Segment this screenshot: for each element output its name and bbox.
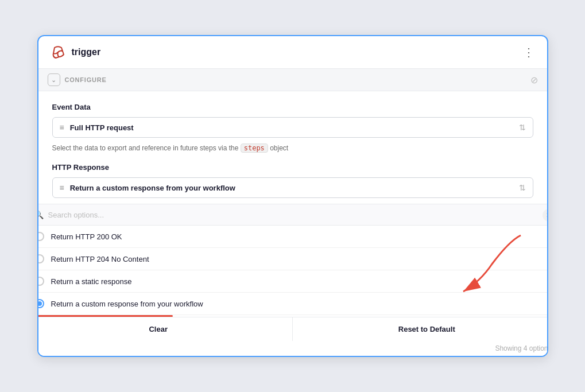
option-label-3: Return a static response bbox=[51, 277, 132, 286]
radio-circle-1 bbox=[37, 232, 44, 241]
selected-option-row: Return a custom response from your workf… bbox=[37, 293, 548, 317]
card-body: Event Data ≡ Full HTTP request ⇅ Select … bbox=[38, 91, 547, 198]
up-down-arrows-icon: ⇅ bbox=[519, 123, 526, 132]
header-title: trigger bbox=[72, 47, 101, 57]
radio-option-3[interactable]: Return a static response bbox=[37, 270, 548, 293]
main-card: trigger ⋮ ⌄ CONFIGURE ⊘ Event Data ≡ Ful… bbox=[37, 35, 548, 357]
search-icon: 🔍 bbox=[37, 210, 44, 219]
pin-icon[interactable]: ⊘ bbox=[530, 75, 538, 86]
clear-button[interactable]: Clear bbox=[37, 317, 293, 341]
http-response-title: HTTP Response bbox=[52, 163, 533, 172]
option-label-1: Return HTTP 200 OK bbox=[51, 232, 122, 241]
list-icon: ≡ bbox=[60, 123, 64, 132]
http-response-value: Return a custom response from your workf… bbox=[70, 184, 519, 192]
up-down-arrows-icon-2: ⇅ bbox=[519, 183, 526, 192]
event-data-select[interactable]: ≡ Full HTTP request ⇅ bbox=[52, 117, 533, 138]
header-left: trigger bbox=[50, 44, 101, 60]
event-data-title: Event Data bbox=[52, 103, 533, 111]
card-header: trigger ⋮ bbox=[38, 36, 547, 69]
chevron-down-icon: ⌄ bbox=[51, 76, 56, 84]
http-response-select[interactable]: ≡ Return a custom response from your wor… bbox=[52, 177, 533, 198]
configure-bar: ⌄ CONFIGURE ⊘ bbox=[38, 69, 547, 91]
radio-circle-4 bbox=[37, 299, 44, 308]
hint-prefix: Select the data to export and reference … bbox=[52, 144, 241, 152]
trigger-logo-icon bbox=[50, 44, 66, 60]
radio-option-4[interactable]: Return a custom response from your workf… bbox=[37, 293, 548, 315]
showing-count: Showing 4 options bbox=[37, 341, 548, 356]
dropdown-search-bar: 🔍 Search options... bbox=[37, 204, 548, 226]
list-icon-2: ≡ bbox=[60, 183, 64, 192]
option-label-4: Return a custom response from your workf… bbox=[51, 300, 203, 308]
more-options-button[interactable]: ⋮ bbox=[523, 45, 536, 59]
configure-label: CONFIGURE bbox=[65, 76, 107, 83]
steps-badge: steps bbox=[241, 143, 268, 153]
radio-inner-dot bbox=[37, 301, 42, 306]
event-data-value: Full HTTP request bbox=[70, 123, 519, 132]
configure-left: ⌄ CONFIGURE bbox=[48, 73, 107, 86]
radio-option-2[interactable]: Return HTTP 204 No Content bbox=[37, 248, 548, 270]
dropdown-popup: 🔍 Search options... ✕ Return HTTP 200 OK… bbox=[37, 204, 548, 356]
radio-option-1[interactable]: Return HTTP 200 OK bbox=[37, 226, 548, 248]
hint-text: Select the data to export and reference … bbox=[52, 143, 533, 153]
selection-progress-bar bbox=[37, 315, 173, 317]
option-label-2: Return HTTP 204 No Content bbox=[51, 255, 149, 263]
hint-suffix: object bbox=[268, 144, 288, 152]
radio-circle-2 bbox=[37, 254, 44, 263]
reset-to-default-button[interactable]: Reset to Default bbox=[293, 317, 548, 341]
search-input[interactable]: Search options... bbox=[48, 211, 104, 219]
collapse-button[interactable]: ⌄ bbox=[48, 73, 60, 86]
footer-buttons: Clear Reset to Default bbox=[37, 317, 548, 341]
radio-circle-3 bbox=[37, 277, 44, 286]
